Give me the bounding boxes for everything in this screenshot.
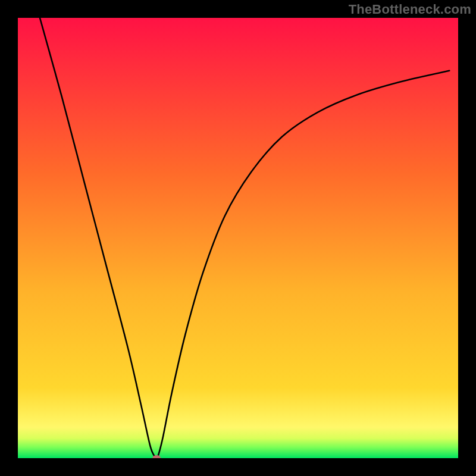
chart-frame: TheBottleneck.com bbox=[0, 0, 476, 476]
watermark-text: TheBottleneck.com bbox=[349, 2, 471, 17]
plot-area bbox=[18, 18, 458, 458]
chart-svg bbox=[18, 18, 458, 458]
